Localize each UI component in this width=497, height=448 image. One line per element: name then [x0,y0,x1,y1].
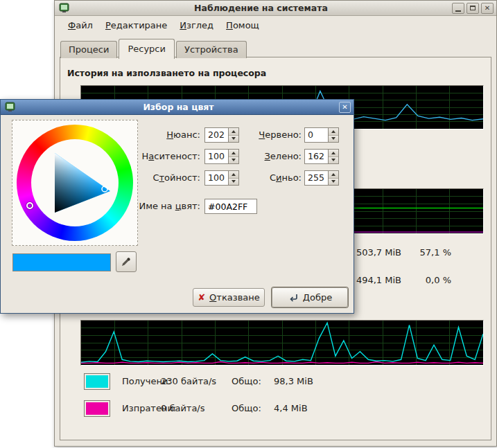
blue-value: 255 [305,171,328,185]
up-arrow-icon [331,150,335,154]
swap-used-value: 494,1 MiB [351,275,401,285]
minimize-icon [455,10,461,12]
value-value: 100 [205,171,228,185]
hue-selector[interactable] [26,202,33,209]
menu-view[interactable]: Изглед [173,17,220,33]
dialog-titlebar[interactable]: Избор на цвят ✕ [1,100,354,115]
maximize-button[interactable] [467,3,479,14]
saturation-up-button[interactable] [229,150,238,156]
network-history-chart [80,320,484,366]
dialog-close-icon: ✕ [342,103,347,111]
window-title: Наблюдение на системата [72,3,450,13]
down-arrow-icon [331,180,335,185]
down-arrow-icon [232,180,236,185]
cpu-history-title: История на използването на процесора [67,68,266,78]
network-legend-row-sent: Изпратени: 0 байта/s Общо: 4,4 MiB [60,400,491,418]
sent-total-label: Общо: [232,403,261,413]
up-arrow-icon [232,128,236,133]
green-down-button[interactable] [329,156,338,164]
network-legend-row-received: Получени: 230 байта/s Общо: 98,3 MiB [60,373,491,391]
value-label: Стойност: [125,170,200,186]
green-up-button[interactable] [329,150,338,156]
hsv-triangle[interactable] [31,139,119,226]
color-name-input[interactable] [204,199,257,214]
received-color-swatch[interactable] [84,373,110,390]
hue-value: 202 [205,128,228,142]
blue-spinbox[interactable]: 255 [304,170,339,186]
received-total-label: Общо: [232,376,261,386]
close-icon: ✕ [485,5,490,12]
up-arrow-icon [232,171,236,176]
dialog-close-button[interactable]: ✕ [339,102,351,113]
value-up-button[interactable] [229,171,238,178]
blue-label: Синьо: [245,170,302,186]
red-down-button[interactable] [329,135,338,143]
menu-edit[interactable]: Редактиране [99,17,173,33]
green-value: 162 [305,150,328,163]
received-rate: 230 байта/s [161,376,216,386]
sent-color-swatch[interactable] [84,400,110,417]
down-arrow-icon [232,159,236,163]
titlebar[interactable]: Наблюдение на системата ✕ [55,1,496,16]
blue-up-button[interactable] [329,171,338,178]
swap-used-percent: 0,0 % [407,275,451,285]
app-icon [59,3,69,13]
color-preview-swatch [12,253,111,271]
red-label: Червено: [245,127,302,143]
ok-button[interactable]: Добре [272,287,348,307]
ok-enter-icon [288,292,299,303]
dialog-app-icon [5,102,15,112]
down-arrow-icon [232,137,236,142]
saturation-label: Наситеност: [125,149,200,164]
saturation-down-button[interactable] [229,156,238,164]
sent-total: 4,4 MiB [274,403,308,413]
red-up-button[interactable] [329,128,338,135]
saturation-spinbox[interactable]: 100 [204,149,239,164]
tab-devices[interactable]: Устройства [176,41,247,58]
tab-processes[interactable]: Процеси [60,41,117,58]
memory-used-percent: 57,1 % [407,247,451,258]
hue-ring[interactable] [17,125,133,241]
down-arrow-icon [331,159,335,163]
green-label: Зелено: [245,149,302,164]
close-button[interactable]: ✕ [481,3,494,14]
saturation-value: 100 [205,150,228,163]
up-arrow-icon [331,171,335,176]
red-spinbox[interactable]: 0 [304,127,339,143]
up-arrow-icon [331,128,335,133]
menubar: Файл Редактиране Изглед Помощ [55,16,496,34]
eyedropper-button[interactable] [116,251,137,272]
hue-down-button[interactable] [229,135,238,143]
red-value: 0 [305,128,328,142]
cancel-button-label: Отказване [209,292,260,303]
color-picker-dialog: Избор на цвят ✕ [0,99,354,314]
received-total: 98,3 MiB [274,376,313,386]
ok-button-label: Добре [303,292,332,303]
maximize-icon [470,6,476,10]
sent-rate: 0 байта/s [161,403,205,413]
tabstrip: Процеси Ресурси Устройства [60,39,248,58]
green-spinbox[interactable]: 162 [304,149,339,164]
cancel-x-icon: ✘ [198,293,205,302]
value-spinbox[interactable]: 100 [204,170,239,186]
tab-resources[interactable]: Ресурси [119,39,175,59]
minimize-button[interactable] [452,3,464,14]
dialog-title: Избор на цвят [18,102,339,112]
blue-down-button[interactable] [329,178,338,186]
color-name-label: Име на цвят: [125,199,200,214]
eyedropper-icon [121,256,132,267]
cancel-button[interactable]: ✘ Отказване [193,288,265,307]
color-wheel-frame [12,120,138,246]
value-down-button[interactable] [229,178,238,186]
memory-used-value: 503,7 MiB [351,247,401,258]
up-arrow-icon [232,150,236,154]
menu-file[interactable]: Файл [62,17,99,33]
down-arrow-icon [331,137,335,142]
hue-up-button[interactable] [229,128,238,135]
menu-help[interactable]: Помощ [220,17,265,33]
hue-spinbox[interactable]: 202 [204,127,239,143]
desktop: Наблюдение на системата ✕ Файл Редактира… [0,0,497,448]
hue-label: Нюанс: [125,127,200,143]
